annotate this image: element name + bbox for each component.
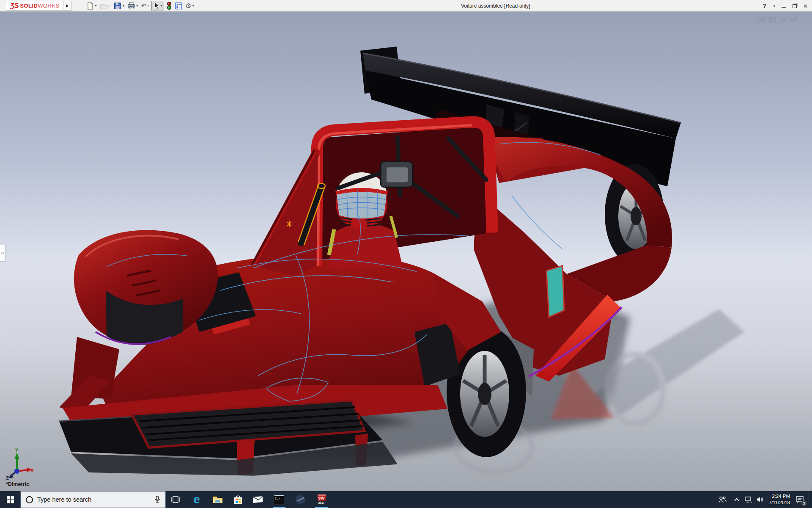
taskbar-app-store[interactable] bbox=[228, 491, 248, 508]
pane-bar-icon bbox=[771, 17, 772, 20]
solidworks-logo: ƷS SOLIDWORKS bbox=[6, 1, 63, 11]
options-caret-icon[interactable]: ▾ bbox=[192, 4, 194, 8]
print-caret-icon[interactable]: ▾ bbox=[136, 4, 138, 8]
clock-time: 2:24 PM bbox=[772, 493, 790, 500]
view-orientation-label: *Dimetric bbox=[6, 481, 29, 487]
store-icon bbox=[233, 495, 243, 505]
taskbar-app-file-explorer[interactable] bbox=[208, 491, 228, 508]
print-icon bbox=[127, 2, 135, 10]
undo-button[interactable]: ↶ ▾ bbox=[140, 1, 150, 11]
edge-icon: e bbox=[193, 494, 200, 505]
triad-z-label: Z bbox=[6, 475, 9, 480]
search-input[interactable]: Type here to search bbox=[20, 491, 166, 508]
tray-network-button[interactable] bbox=[743, 491, 754, 508]
tray-overflow-button[interactable] bbox=[731, 491, 743, 508]
triangle-right-icon bbox=[772, 17, 774, 20]
select-cursor-icon bbox=[153, 2, 160, 10]
sw-cube-icon: SW bbox=[318, 494, 326, 501]
triad-x-label: X bbox=[30, 468, 33, 473]
file-properties-button[interactable] bbox=[174, 1, 183, 11]
show-right-pane-button[interactable] bbox=[769, 16, 776, 22]
show-left-pane-button[interactable] bbox=[757, 16, 764, 22]
task-view-button[interactable] bbox=[166, 491, 185, 508]
new-document-button[interactable]: ▾ bbox=[86, 1, 98, 11]
sw-year-label: 2017 bbox=[318, 502, 324, 505]
document-window-controls: ✕ bbox=[757, 16, 806, 22]
document-title: Voiture assomblee [Read-only] bbox=[461, 3, 530, 9]
close-button[interactable]: ✕ bbox=[803, 3, 808, 9]
helmet-visor bbox=[337, 192, 387, 218]
side-mirror[interactable] bbox=[381, 162, 413, 188]
minimize-button[interactable] bbox=[782, 7, 786, 8]
model-render[interactable] bbox=[0, 12, 812, 491]
standard-toolbar: ▾ ▾ ▾ ▾ ↶ ▾ ▾ bbox=[86, 1, 196, 11]
action-center-button[interactable]: 3 bbox=[792, 491, 808, 508]
undo-icon: ↶ bbox=[141, 3, 146, 9]
taskbar-app-mail[interactable] bbox=[248, 491, 268, 508]
cortana-icon bbox=[26, 496, 33, 503]
taskbar-app-edge[interactable]: e bbox=[187, 491, 207, 508]
titlebar: ƷS SOLIDWORKS ▾ ▾ ▾ ▾ ↶ bbox=[0, 0, 812, 12]
brand-text-works: WORKS bbox=[38, 3, 59, 8]
doc-close-button[interactable]: ✕ bbox=[801, 16, 806, 22]
tray-people-button[interactable] bbox=[716, 491, 729, 508]
select-caret-icon[interactable]: ▾ bbox=[161, 4, 163, 8]
network-icon bbox=[745, 496, 752, 503]
task-view-icon bbox=[171, 496, 180, 503]
people-icon bbox=[718, 496, 727, 503]
open-button[interactable]: ▾ bbox=[99, 1, 112, 11]
command-prompt-icon-text: C:\ bbox=[275, 497, 280, 500]
taskbar-app-hexagon[interactable] bbox=[290, 491, 310, 508]
chevron-up-icon bbox=[734, 498, 739, 502]
help-button[interactable]: ? bbox=[763, 3, 766, 9]
restore-button[interactable] bbox=[793, 4, 797, 8]
splitter-dot-icon bbox=[1, 252, 4, 254]
notification-badge: 3 bbox=[801, 500, 807, 506]
command-prompt-icon: C:\ bbox=[274, 495, 284, 504]
rebuild-traffic-light-icon bbox=[167, 2, 172, 10]
select-button[interactable]: ▾ bbox=[151, 1, 165, 11]
triangle-left-icon bbox=[759, 17, 761, 20]
orientation-triad: Y X Z bbox=[3, 449, 36, 483]
flyout-arrow-icon bbox=[66, 4, 69, 8]
undo-caret-icon[interactable]: ▾ bbox=[147, 4, 149, 8]
file-explorer-icon bbox=[213, 495, 223, 504]
panel-splitter-handle[interactable] bbox=[0, 245, 5, 262]
side-window[interactable] bbox=[546, 266, 564, 317]
window-controls: ? ▾ ✕ bbox=[763, 0, 808, 12]
mail-icon bbox=[253, 496, 263, 503]
solidworks-mark-icon: ƷS bbox=[10, 3, 19, 9]
doc-minimize-button[interactable] bbox=[781, 20, 786, 21]
clock-date: 7/11/2018 bbox=[769, 500, 790, 506]
graphics-viewport[interactable]: ✕ Y X Z *Dimetric bbox=[0, 12, 812, 491]
options-button[interactable]: ⚙ ▾ bbox=[184, 1, 195, 11]
windows-taskbar: Type here to search e C:\ SW 2017 bbox=[0, 491, 812, 508]
save-button[interactable]: ▾ bbox=[113, 1, 125, 11]
start-button[interactable] bbox=[0, 491, 20, 508]
gear-icon: ⚙ bbox=[185, 3, 191, 9]
brand-text-solid: SOLID bbox=[20, 3, 38, 8]
solidworks-2017-icon: SW 2017 bbox=[318, 494, 326, 505]
save-caret-icon[interactable]: ▾ bbox=[122, 4, 124, 8]
triad-y-label: Y bbox=[15, 447, 18, 453]
taskbar-app-command-prompt[interactable]: C:\ bbox=[269, 491, 289, 508]
rebuild-button[interactable] bbox=[166, 1, 173, 11]
open-caret-icon[interactable]: ▾ bbox=[109, 4, 111, 8]
new-caret-icon[interactable]: ▾ bbox=[95, 4, 97, 8]
print-button[interactable]: ▾ bbox=[126, 1, 139, 11]
taskbar-app-solidworks[interactable]: SW 2017 bbox=[311, 491, 332, 508]
solidworks-window: ƷS SOLIDWORKS ▾ ▾ ▾ ▾ ↶ bbox=[0, 0, 812, 508]
show-desktop-button[interactable] bbox=[809, 491, 812, 508]
microphone-icon[interactable] bbox=[154, 496, 160, 503]
search-placeholder-text: Type here to search bbox=[37, 496, 91, 503]
open-folder-icon bbox=[100, 2, 108, 10]
doc-restore-button[interactable] bbox=[791, 17, 796, 21]
hexagon-app-icon bbox=[296, 494, 305, 505]
new-document-icon bbox=[87, 2, 94, 10]
menu-flyout-button[interactable] bbox=[63, 1, 71, 11]
tray-clock[interactable]: 2:24 PM 7/11/2018 bbox=[761, 491, 791, 508]
file-properties-icon bbox=[175, 2, 182, 10]
windows-logo-icon bbox=[7, 496, 14, 503]
pane-bar-icon bbox=[762, 17, 763, 20]
help-caret-icon[interactable]: ▾ bbox=[774, 4, 776, 8]
